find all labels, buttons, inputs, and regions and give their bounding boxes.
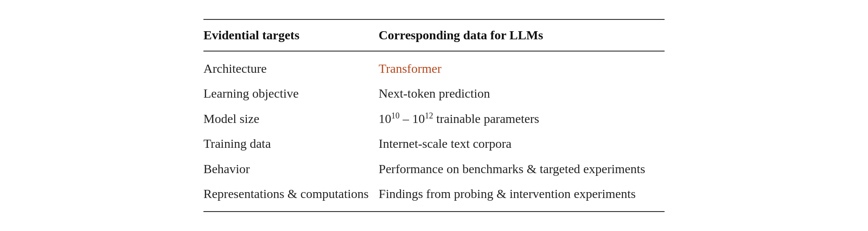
- table-row: ArchitectureTransformer: [203, 51, 665, 81]
- header-col1: Evidential targets: [203, 19, 379, 51]
- target-cell: Model size: [203, 106, 379, 132]
- target-cell: Training data: [203, 131, 379, 156]
- data-cell: 1010 – 1012 trainable parameters: [379, 106, 665, 132]
- target-cell: Learning objective: [203, 81, 379, 106]
- table-row: BehaviorPerformance on benchmarks & targ…: [203, 156, 665, 182]
- data-cell: Internet-scale text corpora: [379, 131, 665, 156]
- table-row: Learning objectiveNext-token prediction: [203, 81, 665, 106]
- target-cell: Architecture: [203, 51, 379, 81]
- evidential-targets-table: Evidential targets Corresponding data fo…: [203, 19, 665, 212]
- data-cell: Performance on benchmarks & targeted exp…: [379, 156, 665, 182]
- table-row: Training dataInternet-scale text corpora: [203, 131, 665, 156]
- highlight-text: Transformer: [379, 61, 442, 75]
- header-col2: Corresponding data for LLMs: [379, 19, 665, 51]
- main-container: Evidential targets Corresponding data fo…: [185, 10, 683, 221]
- data-cell: Next-token prediction: [379, 81, 665, 106]
- table-row: Representations & computationsFindings f…: [203, 181, 665, 212]
- target-cell: Behavior: [203, 156, 379, 182]
- table-row: Model size1010 – 1012 trainable paramete…: [203, 106, 665, 132]
- target-cell: Representations & computations: [203, 181, 379, 212]
- table-header-row: Evidential targets Corresponding data fo…: [203, 19, 665, 51]
- data-cell: Transformer: [379, 51, 665, 81]
- data-cell: Findings from probing & intervention exp…: [379, 181, 665, 212]
